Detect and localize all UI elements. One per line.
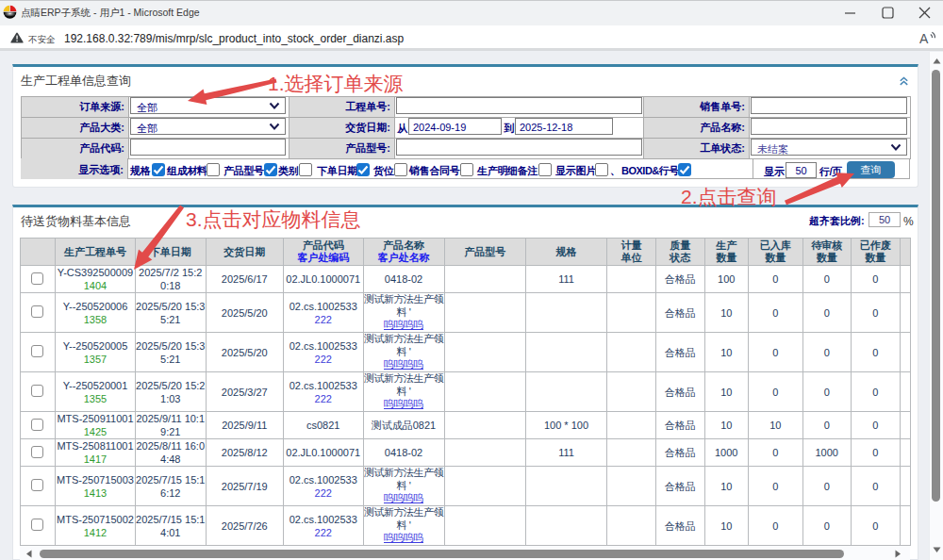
svg-text:A: A <box>919 31 929 45</box>
